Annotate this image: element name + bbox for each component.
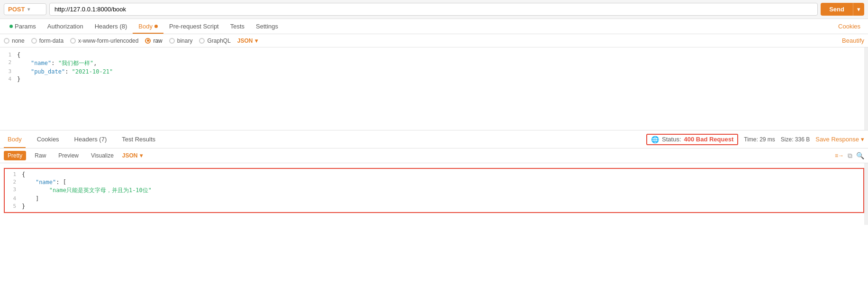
opt-urlencoded[interactable]: x-www-form-urlencoded xyxy=(70,37,138,44)
radio-form-data xyxy=(31,38,37,44)
json-type-dropdown[interactable]: JSON ▾ xyxy=(237,37,258,44)
url-input[interactable] xyxy=(49,3,818,16)
resp-tab-test-results[interactable]: Test Results xyxy=(118,133,159,145)
send-button[interactable]: Send xyxy=(821,3,853,16)
opt-binary-label: binary xyxy=(177,37,193,44)
method-selector[interactable]: POST ▾ xyxy=(4,3,46,15)
resp-line-4: 4 ] xyxy=(5,195,863,203)
req-line-3: 3 "pub_date": "2021-10-21" xyxy=(0,68,868,75)
opt-graphql-label: GraphQL xyxy=(207,37,230,44)
req-linenum-1: 1 xyxy=(0,52,17,58)
copy-icon[interactable]: ⧉ xyxy=(848,152,852,160)
resp-fmt-pretty-label: Pretty xyxy=(8,152,22,159)
req-line-4: 4 } xyxy=(0,75,868,83)
json-type-label: JSON xyxy=(237,37,253,44)
tab-pre-request[interactable]: Pre-request Script xyxy=(163,19,225,34)
resp-size: Size: 336 B xyxy=(781,136,810,143)
opt-raw-label: raw xyxy=(153,37,162,44)
resp-line-5: 5 } xyxy=(5,203,863,210)
resp-fmt-visualize[interactable]: Visualize xyxy=(87,151,118,160)
body-dot xyxy=(154,25,158,28)
tab-settings-label: Settings xyxy=(256,23,278,30)
response-body-scrollbar[interactable] xyxy=(864,163,868,225)
resp-tab-body[interactable]: Body xyxy=(4,133,26,145)
req-line-1: 1 { xyxy=(0,51,868,59)
search-icon[interactable]: 🔍 xyxy=(856,152,864,159)
req-content-4: } xyxy=(17,76,20,83)
request-body-editor[interactable]: 1 { 2 "name": "我们都一样", 3 "pub_date": "20… xyxy=(0,47,868,130)
req-linenum-2: 2 xyxy=(0,59,17,65)
req-content-3: "pub_date": "2021-10-21" xyxy=(17,68,113,75)
resp-fmt-right: ≡→ ⧉ 🔍 xyxy=(835,152,864,160)
req-content-1: { xyxy=(17,52,20,58)
tab-body[interactable]: Body xyxy=(133,19,163,34)
opt-urlencoded-label: x-www-form-urlencoded xyxy=(78,37,138,44)
resp-json-label: JSON xyxy=(122,152,138,159)
cookies-link[interactable]: Cookies xyxy=(834,19,864,34)
resp-tab-cookies[interactable]: Cookies xyxy=(33,133,63,145)
tab-body-label: Body xyxy=(138,23,153,30)
resp-linenum-4: 4 xyxy=(5,195,22,202)
beautify-button[interactable]: Beautify xyxy=(842,37,864,44)
response-header: Body Cookies Headers (7) Test Results 🌐 … xyxy=(0,130,868,148)
resp-tab-body-label: Body xyxy=(8,136,22,143)
method-chevron: ▾ xyxy=(27,7,30,12)
tab-settings[interactable]: Settings xyxy=(250,19,284,34)
resp-linenum-2: 2 xyxy=(5,179,22,185)
resp-tab-headers[interactable]: Headers (7) xyxy=(71,133,111,145)
save-response-label: Save Response xyxy=(815,136,859,143)
resp-fmt-raw[interactable]: Raw xyxy=(31,151,50,160)
save-response-chevron: ▾ xyxy=(861,136,864,143)
status-badge-container: 🌐 Status: 400 Bad Request xyxy=(646,134,738,145)
resp-tab-test-results-label: Test Results xyxy=(122,136,155,143)
resp-tab-cookies-label: Cookies xyxy=(37,136,59,143)
opt-binary[interactable]: binary xyxy=(169,37,193,44)
resp-content-1: { xyxy=(22,171,25,178)
resp-content-3: "name只能是英文字母，并且为1-10位" xyxy=(22,186,152,195)
send-dropdown-button[interactable]: ▾ xyxy=(853,3,864,16)
resp-time: Time: 29 ms xyxy=(744,136,775,143)
body-options: none form-data x-www-form-urlencoded raw… xyxy=(0,34,868,47)
json-type-chevron: ▾ xyxy=(255,37,258,44)
resp-json-dropdown[interactable]: JSON ▾ xyxy=(122,152,143,159)
globe-icon: 🌐 xyxy=(651,136,659,143)
opt-raw[interactable]: raw xyxy=(145,37,162,44)
resp-status-area: 🌐 Status: 400 Bad Request Time: 29 ms Si… xyxy=(646,134,864,145)
radio-none xyxy=(4,38,9,44)
radio-raw xyxy=(145,38,151,44)
request-tabs: Params Authorization Headers (8) Body Pr… xyxy=(0,19,868,34)
req-linenum-4: 4 xyxy=(0,76,17,82)
tab-authorization-label: Authorization xyxy=(47,23,83,30)
radio-graphql xyxy=(199,38,205,44)
save-response-button[interactable]: Save Response ▾ xyxy=(815,136,864,143)
resp-fmt-pretty[interactable]: Pretty xyxy=(4,151,26,160)
opt-form-data-label: form-data xyxy=(39,37,63,44)
tab-authorization[interactable]: Authorization xyxy=(42,19,89,34)
status-code: 400 Bad Request xyxy=(684,136,734,143)
resp-line-2: 2 "name": [ xyxy=(5,178,863,186)
resp-tab-headers-label: Headers (7) xyxy=(74,136,107,143)
params-dot xyxy=(9,25,13,28)
tab-tests[interactable]: Tests xyxy=(225,19,250,34)
opt-graphql[interactable]: GraphQL xyxy=(199,37,230,44)
opt-none[interactable]: none xyxy=(4,37,25,44)
tab-headers-label: Headers (8) xyxy=(95,23,127,30)
req-content-2: "name": "我们都一样", xyxy=(17,59,97,67)
top-bar: POST ▾ Send ▾ xyxy=(0,0,868,19)
status-label: Status: xyxy=(662,136,681,143)
req-linenum-3: 3 xyxy=(0,68,17,74)
opt-form-data[interactable]: form-data xyxy=(31,37,63,44)
resp-linenum-1: 1 xyxy=(5,171,22,177)
method-label: POST xyxy=(8,6,25,13)
resp-linenum-3: 3 xyxy=(5,186,22,193)
tab-params[interactable]: Params xyxy=(4,19,42,34)
request-body-scrollbar[interactable] xyxy=(864,47,868,130)
resp-json-chevron: ▾ xyxy=(140,152,143,159)
tab-pre-request-label: Pre-request Script xyxy=(169,23,219,30)
tab-headers[interactable]: Headers (8) xyxy=(89,19,133,34)
resp-fmt-preview-label: Preview xyxy=(58,152,79,159)
resp-line-1: 1 { xyxy=(5,171,863,178)
resp-line-3: 3 "name只能是英文字母，并且为1-10位" xyxy=(5,186,863,195)
wrap-icon[interactable]: ≡→ xyxy=(835,152,844,159)
resp-fmt-preview[interactable]: Preview xyxy=(54,151,82,160)
